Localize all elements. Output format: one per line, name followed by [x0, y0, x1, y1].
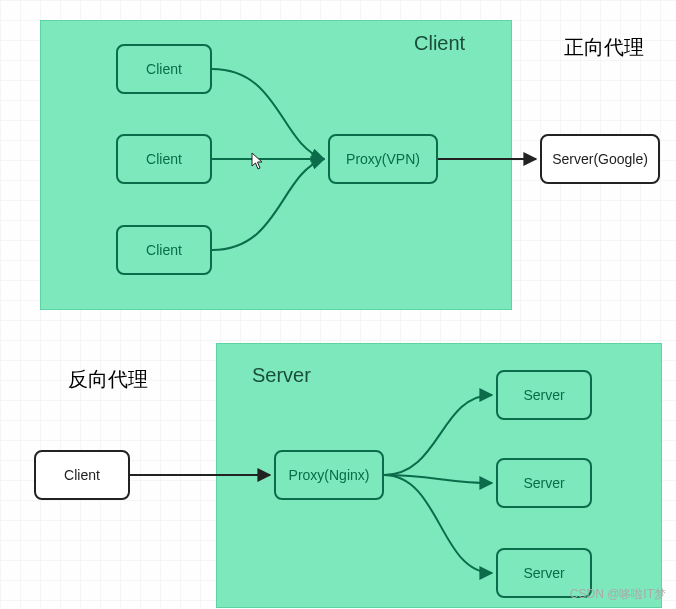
reverse-server-box-2: Server [496, 458, 592, 508]
reverse-proxy-title: 反向代理 [68, 366, 148, 393]
forward-client-label-3: Client [146, 242, 182, 258]
reverse-server-label-1: Server [523, 387, 564, 403]
forward-client-box-1: Client [116, 44, 212, 94]
forward-client-label-2: Client [146, 151, 182, 167]
forward-client-label-1: Client [146, 61, 182, 77]
forward-server-label: Server(Google) [552, 151, 648, 167]
reverse-region-title: Server [252, 364, 311, 387]
reverse-client-label: Client [64, 467, 100, 483]
reverse-proxy-label: Proxy(Nginx) [289, 467, 370, 483]
forward-proxy-box: Proxy(VPN) [328, 134, 438, 184]
reverse-server-label-2: Server [523, 475, 564, 491]
reverse-server-label-3: Server [523, 565, 564, 581]
forward-proxy-label: Proxy(VPN) [346, 151, 420, 167]
reverse-proxy-box: Proxy(Nginx) [274, 450, 384, 500]
reverse-server-box-1: Server [496, 370, 592, 420]
watermark: CSDN @哆啦IT梦 [570, 586, 666, 603]
forward-server-box: Server(Google) [540, 134, 660, 184]
forward-region-title: Client [414, 32, 465, 55]
forward-client-box-3: Client [116, 225, 212, 275]
forward-proxy-region [40, 20, 512, 310]
forward-client-box-2: Client [116, 134, 212, 184]
forward-proxy-title: 正向代理 [564, 34, 644, 61]
reverse-client-box: Client [34, 450, 130, 500]
